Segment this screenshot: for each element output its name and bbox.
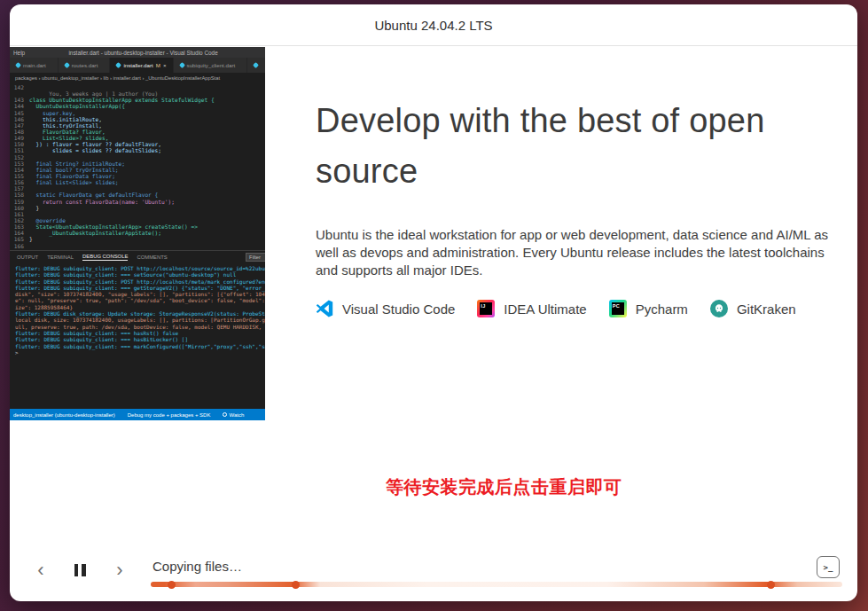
previous-slide-button[interactable]: ‹ — [29, 559, 52, 582]
code-text: this.tryOrInstall, — [29, 122, 102, 129]
console-line: flutter: DEBUG subiquity_client: === has… — [15, 336, 265, 342]
idea-icon: IJ — [477, 300, 495, 317]
pause-slideshow-button[interactable] — [70, 561, 90, 579]
code-text: final bool? tryOrInstall; — [29, 167, 119, 173]
line-number: 165 — [10, 236, 29, 242]
line-number: 156 — [10, 179, 29, 185]
code-text: You, 3 weeks ago | 1 author (You) — [29, 90, 158, 97]
code-line: 164 _UbuntuDesktopInstallerAppState(); — [10, 230, 265, 236]
console-line: flutter: DEBUG subiquity_client: POST ht… — [15, 265, 265, 271]
code-line: 156 final List<Slide> slides; — [10, 179, 265, 185]
vscode-statusbar: desktop_installer (ubuntu-desktop-instal… — [10, 409, 265, 420]
line-number: 143 — [10, 97, 29, 103]
pause-icon — [74, 564, 79, 576]
window-header: Ubuntu 24.04.2 LTS — [10, 4, 857, 46]
dart-file-icon — [64, 62, 70, 68]
restart-note-annotation: 等待安装完成后点击重启即可 — [386, 475, 622, 499]
window-title: Ubuntu 24.04.2 LTS — [374, 18, 492, 33]
code-text: } — [29, 205, 39, 211]
modified-badge: M — [156, 62, 160, 68]
code-line: 143 class UbuntuDesktopInstallerApp exte… — [10, 97, 265, 103]
line-number: 157 — [10, 185, 29, 192]
statusbar-project: desktop_installer (ubuntu-desktop-instal… — [13, 412, 115, 418]
line-number: 149 — [10, 135, 29, 141]
ide-list: Visual Studio Code IJ IDEA Ultimate PC P… — [316, 300, 841, 317]
code-line: 144 UbuntuDesktopInstallerApp({ — [10, 103, 265, 109]
watch-icon — [223, 412, 227, 417]
vscode-editor-tab — [247, 58, 265, 73]
code-line: 147 this.tryOrInstall, — [10, 122, 265, 129]
console-line: local disk, size: 107374182400, usageLab… — [15, 317, 265, 323]
line-number: 145 — [10, 110, 29, 116]
code-line: 163 State<UbuntuDesktopInstallerApp> cre… — [10, 223, 265, 230]
vscode-window-title: installer.dart - ubuntu-desktop-installe… — [25, 50, 262, 56]
code-text: }) : flavor = flavor ?? defaultFlavor, — [29, 141, 161, 147]
code-text: this.initialRoute, — [29, 116, 102, 122]
vscode-editor-tab: subiquity_client.dart — [174, 58, 248, 73]
terminal-toggle-button[interactable]: >_ — [817, 556, 840, 578]
line-number: 150 — [10, 141, 29, 147]
install-progress-bar — [151, 582, 842, 587]
ide-label: Pycharm — [636, 302, 688, 317]
line-number: 162 — [10, 217, 29, 223]
code-text: return const FlavorData(name: 'Ubuntu'); — [29, 199, 175, 205]
pycharm-icon: PC — [609, 300, 627, 317]
code-line: 148 FlavorData? flavor, — [10, 129, 265, 135]
code-line: 149 List<Slide>? slides, — [10, 135, 265, 141]
line-number: 158 — [10, 192, 29, 198]
vscode-editor-tab: installer.dart M × — [110, 58, 173, 73]
ide-label: GitKraken — [737, 302, 796, 317]
code-text: } — [29, 236, 33, 242]
line-number: 147 — [10, 122, 29, 129]
ide-item-vscode: Visual Studio Code — [316, 300, 455, 317]
line-number: 146 — [10, 116, 29, 122]
panel-tab-debug-console: DEBUG CONSOLE — [82, 254, 128, 261]
code-line: 145 super.key, — [10, 110, 265, 116]
console-line: flutter: DEBUG subiquity_client: === get… — [15, 285, 265, 291]
dart-file-icon — [253, 62, 259, 68]
panel-tab-terminal: TERMINAL — [47, 255, 74, 260]
code-text: @override — [29, 217, 66, 223]
next-slide-button[interactable]: › — [108, 559, 131, 582]
code-text: static FlavorData get defaultFlavor { — [29, 192, 158, 198]
code-line: 165 } — [10, 236, 265, 242]
vscode-tab-bar: main.dart routes.dart installer.dart M × — [10, 58, 265, 73]
console-line: disk", "size": 107374182400, "usage_labe… — [15, 291, 265, 297]
ide-item-gitkraken: GitKraken — [710, 300, 796, 317]
statusbar-debug-config: Debug my code + packages + SDK — [128, 412, 211, 418]
code-line: 150 }) : flavor = flavor ?? defaultFlavo… — [10, 141, 265, 147]
line-number — [10, 90, 29, 97]
line-number: 144 — [10, 103, 29, 109]
console-line: flutter: DEBUG subiquity_client: POST ht… — [15, 278, 265, 285]
console-line: flutter: DEBUG disk_storage: Update stor… — [15, 310, 265, 317]
code-line: 151 slides = slides ?? defaultSlides; — [10, 147, 265, 153]
pause-icon — [82, 564, 86, 576]
panel-tab-comments: COMMENTS — [137, 255, 167, 260]
line-number: 151 — [10, 147, 29, 153]
code-line: 152 — [10, 154, 265, 161]
code-text: slides = slides ?? defaultSlides; — [29, 147, 161, 153]
statusbar-watch: Watch — [223, 412, 244, 418]
install-status-text: Copying files… — [152, 559, 242, 574]
vscode-editor-tab: main.dart — [10, 58, 59, 73]
dart-file-icon — [15, 62, 21, 68]
console-line: e": null, "preserve": true, "path": "/de… — [15, 297, 265, 303]
ide-label: IDEA Ultimate — [504, 302, 586, 317]
vscode-screenshot: Help installer.dart - ubuntu-desktop-ins… — [10, 47, 265, 420]
vscode-menu-help: Help — [13, 50, 25, 56]
line-number: 159 — [10, 199, 29, 205]
code-line: 146 this.initialRoute, — [10, 116, 265, 122]
progress-dot — [168, 581, 176, 589]
line-number: 152 — [10, 154, 29, 161]
code-text: State<UbuntuDesktopInstallerApp> createS… — [29, 223, 198, 230]
code-line: 162 @override — [10, 217, 265, 223]
vscode-icon — [316, 300, 333, 317]
ide-item-idea: IJ IDEA Ultimate — [477, 300, 586, 317]
console-line: flutter: DEBUG subiquity_client: === has… — [15, 330, 265, 336]
console-line: ize": 12885958464} — [15, 304, 265, 310]
code-text: List<Slide>? slides, — [29, 135, 108, 141]
code-line: 166 — [10, 243, 265, 249]
gitkraken-icon — [710, 300, 728, 317]
line-number: 154 — [10, 167, 29, 173]
ide-label: Visual Studio Code — [342, 302, 455, 317]
